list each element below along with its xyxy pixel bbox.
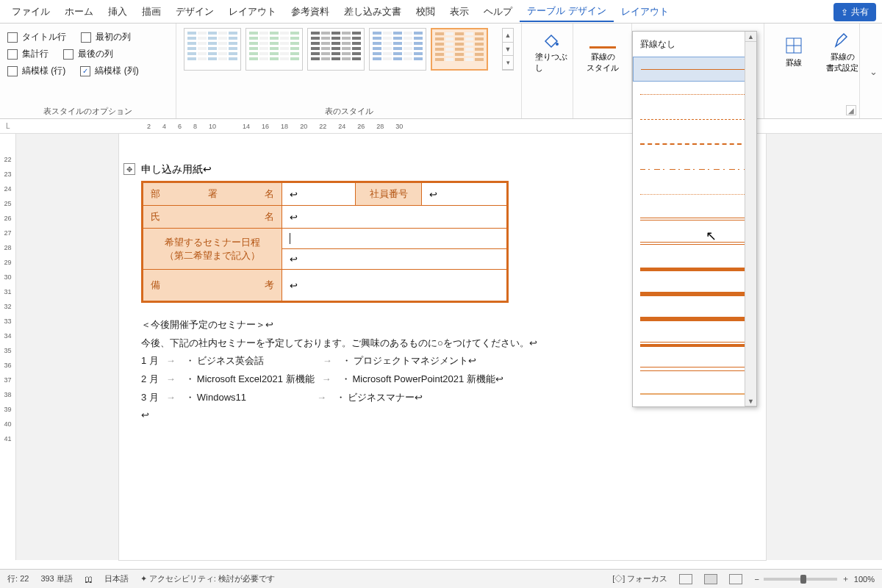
ribbon-collapse-icon[interactable]: ⌄ bbox=[870, 65, 878, 76]
pen-style-wave[interactable] bbox=[633, 381, 756, 406]
cell-seminar-label[interactable]: 希望するセミナー日程 （第二希望まで記入） bbox=[143, 229, 282, 270]
cell-dept-val[interactable]: ↩ bbox=[282, 182, 356, 206]
style-thumb[interactable] bbox=[245, 28, 303, 71]
zoom-slider[interactable] bbox=[764, 578, 837, 581]
style-thumb[interactable] bbox=[307, 28, 365, 71]
fill-button[interactable]: 塗りつぶし bbox=[529, 28, 573, 76]
pen-style-thick[interactable] bbox=[633, 257, 756, 282]
focus-mode[interactable]: [◇] フォーカス bbox=[612, 573, 667, 584]
pen-style-dash-dot[interactable] bbox=[633, 157, 756, 182]
pen-style-solid-thin[interactable] bbox=[633, 57, 756, 82]
style-thumb[interactable] bbox=[184, 28, 241, 71]
cell-dept-label[interactable]: 部 署 名 bbox=[143, 182, 282, 206]
style-thumb-selected[interactable] bbox=[431, 28, 488, 71]
pen-style-dash[interactable] bbox=[633, 132, 756, 157]
dropdown-scrollbar[interactable]: ▲▼ bbox=[745, 32, 756, 406]
status-line[interactable]: 行: 22 bbox=[7, 573, 29, 584]
menu-view[interactable]: 表示 bbox=[442, 2, 476, 21]
scroll-down-icon[interactable]: ▼ bbox=[745, 396, 756, 406]
cell-name-val[interactable]: ↩ bbox=[282, 206, 508, 229]
btn-label: 罫線の 書式設定 bbox=[826, 51, 858, 74]
border-format-button[interactable]: 罫線の 書式設定 bbox=[820, 28, 864, 76]
pen-icon bbox=[832, 31, 853, 49]
cb-label: 縞模様 (列) bbox=[95, 65, 138, 77]
dialog-launcher-icon[interactable]: ◢ bbox=[846, 105, 856, 115]
cb-title-row[interactable]: タイトル行 bbox=[7, 31, 66, 43]
menu-home[interactable]: ホーム bbox=[57, 2, 101, 21]
gallery-expand-icon[interactable]: ▾ bbox=[503, 56, 513, 70]
application-table[interactable]: 部 署 名↩社員番号↩ 氏 名↩ 希望するセミナー日程 （第二希望まで記入） ↩… bbox=[141, 181, 509, 303]
border-style-button[interactable]: 罫線の スタイル bbox=[581, 28, 625, 76]
share-button[interactable]: ⇪共有 bbox=[833, 3, 876, 21]
btn-label: 罫線の スタイル bbox=[587, 51, 619, 74]
scroll-up-icon[interactable]: ▲ bbox=[745, 32, 756, 42]
cb-label: 集計行 bbox=[22, 48, 49, 60]
menu-table-design[interactable]: テーブル デザイン bbox=[520, 1, 614, 22]
cell-empno-val[interactable]: ↩ bbox=[422, 182, 508, 206]
zoom-in-icon[interactable]: ＋ bbox=[842, 573, 850, 584]
pen-style-dash-dot-dot[interactable] bbox=[633, 182, 756, 207]
style-thumb[interactable] bbox=[369, 28, 426, 71]
menu-draw[interactable]: 描画 bbox=[135, 2, 168, 21]
view-web-icon[interactable] bbox=[729, 574, 742, 584]
pen-style-thick-thin[interactable] bbox=[633, 306, 756, 331]
cell-empno-label[interactable]: 社員番号 bbox=[356, 182, 422, 206]
view-read-icon[interactable] bbox=[679, 574, 692, 584]
btn-label: 塗りつぶし bbox=[535, 51, 567, 74]
status-accessibility[interactable]: ✦ アクセシビリティ: 検討が必要です bbox=[140, 573, 275, 584]
menu-review[interactable]: 校閲 bbox=[409, 2, 442, 21]
cb-label: タイトル行 bbox=[22, 31, 66, 43]
gallery-spinner[interactable]: ▲▼▾ bbox=[502, 28, 514, 71]
menu-table-layout[interactable]: レイアウト bbox=[614, 2, 676, 21]
share-label: 共有 bbox=[851, 6, 869, 18]
menubar: ファイル ホーム 挿入 描画 デザイン レイアウト 参考資料 差し込み文書 校閲… bbox=[0, 0, 882, 24]
statusbar: 行: 22 393 単語 🕮 日本語 ✦ アクセシビリティ: 検討が必要です [… bbox=[0, 569, 882, 588]
title-text: 申し込み用紙 bbox=[141, 163, 203, 175]
chevron-up-icon[interactable]: ▲ bbox=[503, 29, 513, 43]
pen-style-thin-thick[interactable] bbox=[633, 282, 756, 306]
cell-seminar-val1[interactable] bbox=[282, 229, 508, 249]
zoom-value[interactable]: 100% bbox=[854, 575, 875, 584]
style-gallery[interactable] bbox=[184, 28, 499, 71]
view-print-icon[interactable] bbox=[704, 574, 717, 584]
cell-remarks-val[interactable]: ↩ bbox=[282, 270, 508, 302]
cb-banded-col[interactable]: ✓縞模様 (列) bbox=[80, 65, 138, 77]
pen-style-triple[interactable] bbox=[633, 232, 756, 257]
group-label: 表スタイルのオプション bbox=[7, 104, 168, 117]
status-words[interactable]: 393 単語 bbox=[40, 573, 72, 584]
pen-style-none[interactable]: 罫線なし bbox=[633, 32, 756, 57]
proofing-icon[interactable]: 🕮 bbox=[85, 575, 93, 584]
menu-design[interactable]: デザイン bbox=[168, 2, 221, 21]
cb-banded-row[interactable]: 縞模様 (行) bbox=[7, 65, 65, 77]
borders-button[interactable]: 罫線 bbox=[772, 28, 816, 76]
cb-first-col[interactable]: 最初の列 bbox=[81, 31, 131, 43]
pen-style-double[interactable] bbox=[633, 207, 756, 232]
cb-label: 縞模様 (行) bbox=[22, 65, 65, 77]
ruler-vertical[interactable]: 2223242526272829303132333435363738394041 bbox=[0, 134, 16, 560]
zoom-out-icon[interactable]: − bbox=[754, 575, 759, 584]
chevron-down-icon[interactable]: ▼ bbox=[503, 43, 513, 57]
menu-file[interactable]: ファイル bbox=[4, 2, 57, 21]
menu-layout[interactable]: レイアウト bbox=[221, 2, 284, 21]
cb-total-row[interactable]: 集計行 bbox=[7, 48, 49, 60]
group-borders: 罫線 罫線の 書式設定 ◢ bbox=[764, 24, 860, 118]
pen-style-dash-fine[interactable] bbox=[633, 107, 756, 132]
status-language[interactable]: 日本語 bbox=[104, 573, 129, 584]
cb-label: 最初の列 bbox=[96, 31, 131, 43]
menu-mailings[interactable]: 差し込み文書 bbox=[337, 2, 409, 21]
svg-point-0 bbox=[556, 43, 559, 46]
cell-seminar-val2[interactable]: ↩ bbox=[282, 249, 508, 270]
zoom-control[interactable]: − ＋ 100% bbox=[754, 573, 875, 584]
menu-references[interactable]: 参考資料 bbox=[284, 2, 337, 21]
cb-last-col[interactable]: 最後の列 bbox=[63, 48, 113, 60]
table-move-handle-icon[interactable]: ✥ bbox=[123, 163, 135, 175]
pen-style-thin-thick-thin[interactable] bbox=[633, 331, 756, 356]
pen-style-dotted[interactable] bbox=[633, 82, 756, 107]
cell-remarks-label[interactable]: 備 考 bbox=[143, 270, 282, 302]
pen-style-thin-thin[interactable] bbox=[633, 356, 756, 381]
group-table-styles: ▲▼▾ 表のスタイル bbox=[176, 24, 522, 118]
cell-name-label[interactable]: 氏 名 bbox=[143, 206, 282, 229]
menu-insert[interactable]: 挿入 bbox=[101, 2, 135, 21]
group-style-options: タイトル行 最初の列 集計行 最後の列 縞模様 (行) ✓縞模様 (列) 表スタ… bbox=[0, 24, 176, 118]
menu-help[interactable]: ヘルプ bbox=[476, 2, 520, 21]
